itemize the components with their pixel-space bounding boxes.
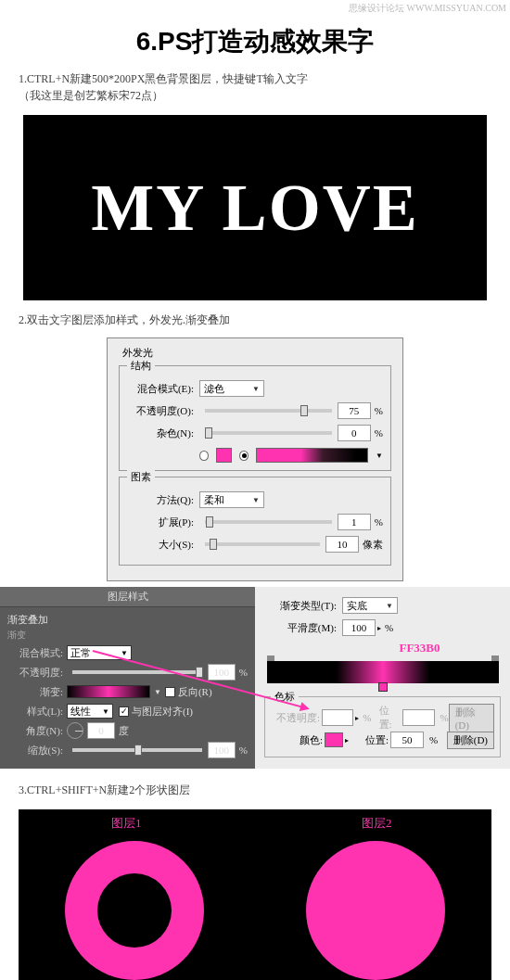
spread-slider[interactable] bbox=[205, 520, 332, 524]
layer-style-panel: 图层样式 渐变叠加 渐变 混合模式: 正常 ▼ 不透明度: 100 % 渐变: … bbox=[0, 587, 255, 769]
opacity-slider[interactable] bbox=[205, 409, 332, 413]
stop-opacity-label: 不透明度: bbox=[271, 711, 320, 725]
structure-legend: 结构 bbox=[127, 359, 155, 373]
ls-scale-input[interactable]: 100 bbox=[208, 742, 236, 758]
smooth-label: 平滑度(M): bbox=[264, 621, 337, 635]
chevron-icon[interactable]: ▸ bbox=[377, 624, 381, 632]
step3-text: 3.CTRL+SHIFT+N新建2个形状图层 bbox=[0, 778, 510, 802]
chevron-icon[interactable]: ▸ bbox=[345, 736, 349, 745]
percent-label-3: % bbox=[375, 516, 383, 528]
noise-input[interactable]: 0 bbox=[338, 425, 371, 441]
ellipse-shape bbox=[306, 841, 445, 980]
dual-panels: 图层样式 渐变叠加 渐变 混合模式: 正常 ▼ 不透明度: 100 % 渐变: … bbox=[0, 587, 510, 769]
grad-overlay-section: 渐变叠加 bbox=[7, 613, 248, 627]
elements-legend: 图素 bbox=[127, 470, 155, 484]
blend-mode-label: 混合模式(E): bbox=[127, 382, 194, 396]
method-label: 方法(Q): bbox=[127, 493, 194, 507]
align-checkbox[interactable]: ✓ bbox=[119, 706, 129, 717]
chevron-down-icon: ▼ bbox=[252, 385, 260, 393]
gradient-editor-panel: 渐变类型(T): 实底 ▼ 平滑度(M): 100 ▸ % FF33B0 色标 … bbox=[255, 587, 510, 769]
percent-label: % bbox=[375, 405, 383, 416]
gradient-preview[interactable] bbox=[256, 448, 368, 463]
align-label: 与图层对齐(I) bbox=[132, 705, 193, 719]
blend-mode-combo[interactable]: 滤色 ▼ bbox=[199, 380, 264, 397]
stop-pos-label-1: 位置: bbox=[379, 704, 402, 732]
elements-group: 图素 方法(Q): 柔和 ▼ 扩展(P): 1 % 大小(S): 10 像素 bbox=[119, 477, 391, 566]
stop-pos-input-2[interactable]: 50 bbox=[390, 732, 424, 748]
grad-type-combo[interactable]: 实底 ▼ bbox=[342, 597, 398, 614]
step2-text: 2.双击文字图层添加样式，外发光.渐变叠加 bbox=[0, 308, 510, 332]
color-label: 颜色: bbox=[271, 733, 323, 747]
ls-grad-preview[interactable] bbox=[67, 685, 150, 698]
percent-label-8: % bbox=[440, 712, 449, 723]
preview-canvas-2: 图层1 图层2 快捷键U自定义形状 椭圆工具 bbox=[19, 809, 491, 980]
delete-button-1[interactable]: 删除(D) bbox=[449, 704, 494, 732]
gradient-bar[interactable] bbox=[267, 661, 499, 683]
ls-scale-slider[interactable] bbox=[72, 748, 202, 752]
grad-type-value: 实底 bbox=[347, 599, 367, 613]
ls-style-value: 线性 bbox=[70, 705, 91, 719]
chevron-down-icon[interactable]: ▼ bbox=[154, 688, 161, 696]
ls-opacity-label: 不透明度: bbox=[7, 666, 63, 680]
size-label: 大小(S): bbox=[127, 538, 194, 552]
structure-group: 结构 混合模式(E): 滤色 ▼ 不透明度(O): 75 % 杂色(N): 0 … bbox=[119, 365, 391, 471]
reverse-label: 反向(R) bbox=[178, 685, 212, 699]
angle-input[interactable]: 0 bbox=[87, 722, 115, 739]
ls-grad-label: 渐变: bbox=[7, 685, 63, 699]
chevron-down-icon: ▼ bbox=[121, 649, 128, 657]
stop-opacity-input bbox=[322, 709, 353, 726]
ls-style-combo[interactable]: 线性 ▼ bbox=[67, 704, 113, 719]
smooth-input[interactable]: 100 bbox=[342, 619, 376, 636]
percent-label-2: % bbox=[375, 427, 383, 439]
chevron-down-icon[interactable]: ▼ bbox=[376, 452, 383, 460]
ls-angle-label: 角度(N): bbox=[7, 724, 63, 738]
percent-label-7: % bbox=[363, 712, 371, 723]
preview-canvas-1: MY LOVE bbox=[23, 115, 487, 300]
percent-label-9: % bbox=[429, 734, 438, 745]
angle-dial[interactable] bbox=[67, 722, 83, 739]
step1-line1: 1.CTRL+N新建500*200PX黑色背景图层，快捷键T输入文字 bbox=[19, 70, 491, 87]
chevron-down-icon: ▼ bbox=[252, 496, 260, 504]
percent-label-5: % bbox=[239, 745, 248, 756]
size-slider[interactable] bbox=[205, 542, 320, 546]
chevron-down-icon: ▼ bbox=[102, 707, 109, 716]
outer-glow-title: 外发光 bbox=[122, 346, 391, 360]
grad-type-label: 渐变类型(T): bbox=[264, 599, 337, 613]
gradient-radio[interactable] bbox=[239, 451, 249, 461]
ls-opacity-input[interactable]: 100 bbox=[208, 664, 236, 681]
color-swatch[interactable] bbox=[216, 448, 233, 463]
noise-slider[interactable] bbox=[205, 431, 332, 435]
chevron-icon: ▸ bbox=[355, 714, 359, 722]
percent-label-4: % bbox=[239, 667, 248, 678]
stop-color-swatch[interactable] bbox=[325, 732, 343, 747]
spread-input[interactable]: 1 bbox=[338, 514, 371, 530]
angle-unit: 度 bbox=[119, 724, 129, 738]
spread-label: 扩展(P): bbox=[127, 515, 194, 529]
opacity-input[interactable]: 75 bbox=[338, 402, 371, 419]
step1-line2: （我这里是创艺繁标宋72点） bbox=[19, 87, 491, 104]
page-title: 6.PS打造动感效果字 bbox=[0, 17, 510, 67]
layer-style-title: 图层样式 bbox=[0, 587, 255, 607]
stop-pos-input-1 bbox=[402, 709, 434, 726]
method-value: 柔和 bbox=[204, 493, 224, 507]
delete-button-2[interactable]: 删除(D) bbox=[447, 732, 494, 749]
reverse-checkbox[interactable] bbox=[165, 687, 175, 697]
ls-blend-label: 混合模式: bbox=[7, 646, 63, 660]
ls-style-label: 样式(L): bbox=[7, 705, 63, 719]
method-combo[interactable]: 柔和 ▼ bbox=[199, 491, 264, 508]
chevron-down-icon: ▼ bbox=[386, 602, 393, 610]
noise-label: 杂色(N): bbox=[127, 426, 194, 440]
hex-annotation: FF33B0 bbox=[338, 641, 501, 655]
ls-scale-label: 缩放(S): bbox=[7, 744, 63, 757]
percent-label-6: % bbox=[385, 622, 393, 633]
outer-glow-panel: 外发光 结构 混合模式(E): 滤色 ▼ 不透明度(O): 75 % 杂色(N)… bbox=[107, 337, 403, 581]
stop-pos-label-2: 位置: bbox=[365, 733, 389, 747]
size-input[interactable]: 10 bbox=[325, 536, 359, 553]
ring-shape bbox=[65, 841, 204, 980]
gradient-stop[interactable] bbox=[378, 682, 388, 692]
sample-text: MY LOVE bbox=[91, 170, 418, 247]
grad-section: 渐变 bbox=[7, 629, 248, 642]
layer1-label: 图层1 bbox=[111, 815, 142, 832]
step1-text: 1.CTRL+N新建500*200PX黑色背景图层，快捷键T输入文字 （我这里是… bbox=[0, 67, 510, 108]
color-radio[interactable] bbox=[199, 451, 209, 461]
